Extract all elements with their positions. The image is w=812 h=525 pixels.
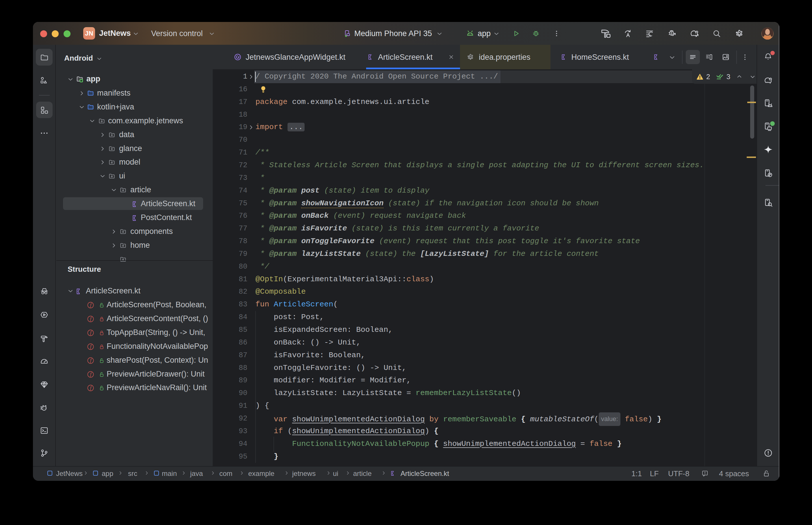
svg-text:f: f	[90, 330, 92, 335]
svg-text:f: f	[90, 357, 92, 363]
svg-text:f: f	[90, 302, 92, 308]
svg-text:f: f	[90, 385, 92, 391]
svg-text:f: f	[90, 343, 92, 349]
svg-text:f: f	[90, 371, 92, 377]
svg-text:f: f	[90, 316, 92, 321]
